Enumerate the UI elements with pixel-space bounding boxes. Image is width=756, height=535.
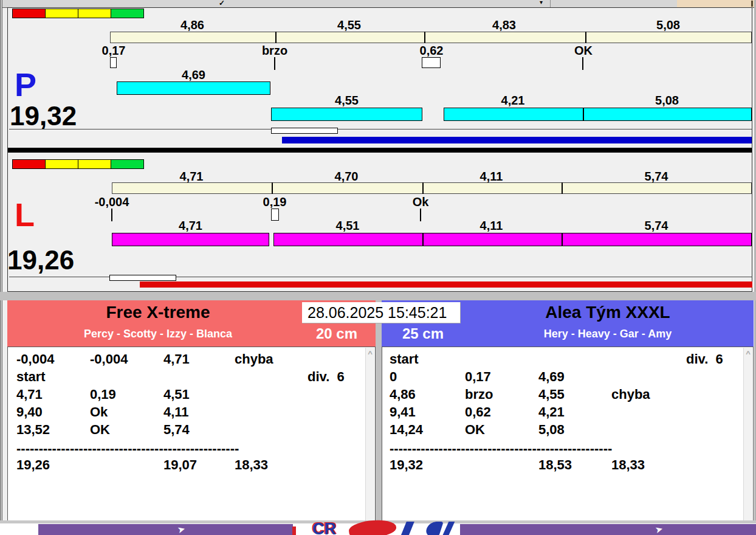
footer-banner: ➤ ➤ CR [0,523,756,535]
run-bar-label: 4,51 [273,219,422,232]
traffic-light-green [111,159,144,169]
table-divider: ----------------------------------------… [16,441,239,457]
mark-label: OK [561,44,606,57]
logo-blue-shape [442,522,455,535]
scrollbar[interactable]: ^ [743,348,752,520]
chevron-down-icon[interactable]: ▾ [540,0,543,5]
check-icon: ✓ [219,0,225,7]
mark-label: -0,004 [88,196,136,208]
table-row: 13,52 OK 5,74 [8,423,375,438]
mark-label: 0,19 [252,196,297,208]
barrier-height: 25 cm [389,326,457,341]
lane-letter: L [15,198,35,231]
baseline [9,129,752,129]
toolbar-button[interactable] [443,0,498,7]
mark-box [271,209,279,221]
traffic-light-yellow [45,159,78,169]
traffic-light-green [111,9,144,18]
traffic-light-red [12,159,46,169]
results-table[interactable]: -0,004 -0,004 4,71 chyba start div. 6 4,… [7,347,376,522]
team-members: Percy - Scotty - Izzy - Blanca [24,328,292,339]
table-total-row: 19,26 19,07 18,33 [8,458,375,474]
scale-label: 5,08 [585,19,752,31]
table-total-row: 19,32 18,53 18,33 [382,458,753,474]
progress-marker [271,128,338,134]
barrier-height: 20 cm [303,326,371,341]
results-table[interactable]: start div. 6 0 0,17 4,69 4,86 brzo 4,55 … [382,347,754,522]
banner-purple-right [460,524,756,535]
scroll-up-icon[interactable]: ^ [746,349,751,358]
table-row: 9,41 0,62 4,21 [382,405,753,421]
progress-bar-blue [282,137,752,143]
progress-marker [109,275,176,281]
toolbar-button[interactable] [312,0,377,7]
table-row: -0,004 -0,004 4,71 chyba [8,352,375,368]
timing-app-window: ✓ ▾ 4,86 4,55 4,83 5,08 0,17 brzo 0,62 O… [0,0,756,535]
table-divider: ----------------------------------------… [390,441,612,457]
scale-label: 5,74 [561,170,752,182]
table-row: 4,71 0,19 4,51 [8,387,375,403]
traffic-light-yellow [78,9,111,18]
traffic-light-red [12,9,46,18]
toolbar-button[interactable] [79,0,131,7]
table-row: 0 0,17 4,69 [382,370,753,385]
scale-label: 4,11 [422,170,561,182]
table-row: start div. 6 [8,370,375,385]
traffic-light-yellow [78,159,111,169]
banner-purple-left [38,524,293,535]
scale-label: 4,70 [271,170,422,182]
table-row: 14,24 OK 5,08 [382,423,753,438]
scale-label: 4,83 [424,19,585,31]
team-name: Free X-treme [24,304,292,321]
window-left-border [2,0,2,535]
logo-red-strip [292,526,296,535]
table-row: start div. 6 [382,352,753,368]
scroll-up-icon[interactable]: ^ [368,349,373,358]
run-bar-label: 4,21 [444,94,582,106]
run-bar-label: 4,55 [271,94,422,106]
run-bar-label: 5,08 [582,94,752,106]
mark-label: 0,62 [409,44,454,57]
reference-scale-bar [112,182,752,194]
section-divider [0,292,756,300]
clock-display: 28.06.2025 15:45:21 [302,302,461,323]
mark-label: brzo [252,44,297,57]
team-name: Alea Tým XXXL [459,304,756,321]
background-window-tick [751,1,753,7]
run-bar [271,108,422,121]
logo-blue-shape [424,522,444,535]
run-bar [444,108,752,121]
team-members: Hery - Heavy - Gar - Amy [459,328,756,339]
scrollbar[interactable]: ^ [365,348,374,520]
team-panel-gap [376,300,382,522]
toolbar-button[interactable] [0,0,80,7]
mark-label: 0,17 [91,44,136,57]
lane-separator [8,148,752,153]
run-bar [112,233,269,246]
table-row: 4,86 brzo 4,55 chyba [382,387,753,403]
mark-box [422,57,441,68]
lane-letter: P [15,68,36,101]
run-bar-label: 4,71 [112,219,269,232]
run-bar [117,81,270,95]
scale-label: 4,55 [275,19,424,31]
traffic-light-yellow [45,9,78,18]
reference-scale-bar [110,32,752,43]
mark-label: Ok [398,196,443,208]
progress-bar-red [140,281,752,288]
logo-cr-text: CR [312,521,336,535]
toolbar-button[interactable] [377,0,444,7]
mark-box [110,57,117,68]
background-window-strip [677,0,756,7]
mark-tick [582,57,583,70]
mark-tick [274,57,275,70]
lane-total-time: 19,32 [10,103,77,129]
table-row: 9,40 Ok 4,11 [8,405,375,421]
run-bar-label: 5,74 [561,219,752,232]
run-bar-label: 4,69 [117,69,270,81]
lane-total-time: 19,26 [7,247,74,274]
scale-label: 4,86 [110,19,275,31]
scale-label: 4,71 [112,170,271,182]
run-bar-label: 4,11 [422,219,561,232]
run-bar [273,233,752,246]
